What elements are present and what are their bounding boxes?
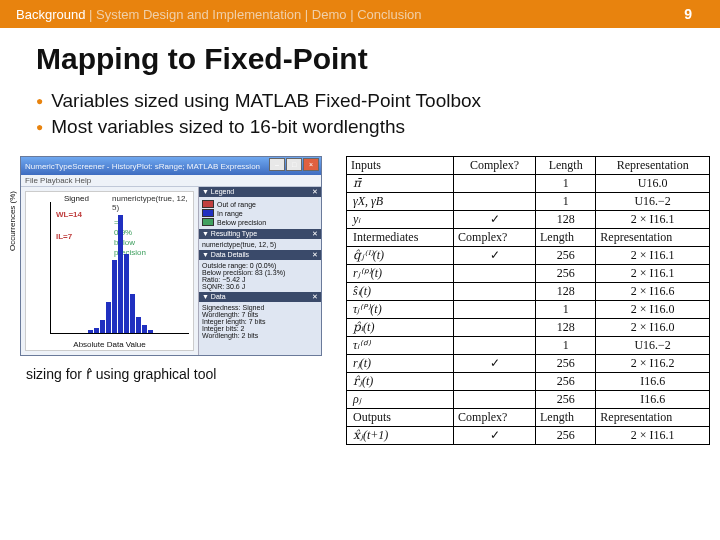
panel-line: Signedness: Signed xyxy=(202,304,318,311)
repr-cell: 2 × I16.1 xyxy=(596,211,710,229)
length-cell: 256 xyxy=(535,355,595,373)
data-title: ▼ Data xyxy=(202,293,226,301)
bar xyxy=(88,330,93,333)
section-header: Complex? xyxy=(454,229,536,247)
length-cell: 1 xyxy=(535,193,595,211)
repr-cell: U16.0 xyxy=(596,175,710,193)
table-row: π̄1U16.0 xyxy=(347,175,710,193)
window-title: NumericTypeScreener - HistoryPlot: sRang… xyxy=(25,162,260,171)
bar xyxy=(148,330,153,333)
repr-cell: 2 × I16.2 xyxy=(596,355,710,373)
var-name: ŝᵢ(t) xyxy=(347,283,454,301)
figure-wrap: NumericTypeScreener - HistoryPlot: sRang… xyxy=(20,156,340,445)
nav-background[interactable]: Background xyxy=(16,7,85,22)
length-cell: 256 xyxy=(535,391,595,409)
swatch-icon xyxy=(202,200,214,208)
section-header: Representation xyxy=(596,229,710,247)
nav-conclusion[interactable]: Conclusion xyxy=(357,7,421,22)
var-name: x̂ⱼ(t+1) xyxy=(347,427,454,445)
legend-label: In range xyxy=(217,210,243,217)
resulting-title: ▼ Resulting Type xyxy=(202,230,257,238)
maximize-icon[interactable]: □ xyxy=(286,158,302,171)
complex-cell: ✓ xyxy=(454,211,536,229)
legend-item: In range xyxy=(202,209,318,217)
var-name: rⱼ⁽ᵖ⁾(t) xyxy=(347,265,454,283)
page-title: Mapping to Fixed-Point xyxy=(36,42,720,76)
variable-table: InputsComplex?LengthRepresentationπ̄1U16… xyxy=(346,156,710,445)
x-axis-label: Absolute Data Value xyxy=(73,340,145,349)
swatch-icon xyxy=(202,218,214,226)
section-header: Complex? xyxy=(454,409,536,427)
table-row: ŝᵢ(t)1282 × I16.6 xyxy=(347,283,710,301)
complex-cell xyxy=(454,337,536,355)
section-header: Intermediates xyxy=(347,229,454,247)
bar xyxy=(94,328,99,333)
var-name: τᵢ⁽ᵈ⁾ xyxy=(347,337,454,355)
details-panel: ▼ Data Details✕ Outside range: 0 (0.0%)B… xyxy=(199,250,321,292)
var-name: π̄ xyxy=(347,175,454,193)
length-cell: 256 xyxy=(535,373,595,391)
complex-cell: ✓ xyxy=(454,247,536,265)
repr-cell: 2 × I16.1 xyxy=(596,265,710,283)
legend-label: Below precision xyxy=(217,219,266,226)
bar xyxy=(112,260,117,333)
table-row: x̂ⱼ(t+1)✓2562 × I16.1 xyxy=(347,427,710,445)
table-header: Inputs xyxy=(347,157,454,175)
var-name: rⱼ(t) xyxy=(347,355,454,373)
page-number: 9 xyxy=(684,0,692,28)
minimize-icon[interactable]: – xyxy=(269,158,285,171)
var-name: γX, γB xyxy=(347,193,454,211)
table-row: yᵢ✓1282 × I16.1 xyxy=(347,211,710,229)
panel-close-icon[interactable]: ✕ xyxy=(312,293,318,301)
panel-close-icon[interactable]: ✕ xyxy=(312,230,318,238)
table-row: τᵢ⁽ᵈ⁾1U16.−2 xyxy=(347,337,710,355)
repr-cell: 2 × I16.0 xyxy=(596,301,710,319)
panel-close-icon[interactable]: ✕ xyxy=(312,251,318,259)
complex-cell xyxy=(454,283,536,301)
nav-system-design[interactable]: System Design and Implementation xyxy=(96,7,301,22)
close-icon[interactable]: × xyxy=(303,158,319,171)
swatch-icon xyxy=(202,209,214,217)
length-cell: 128 xyxy=(535,283,595,301)
panel-close-icon[interactable]: ✕ xyxy=(312,188,318,196)
details-title: ▼ Data Details xyxy=(202,251,249,259)
repr-cell: 2 × I16.1 xyxy=(596,247,710,265)
length-cell: 1 xyxy=(535,301,595,319)
side-panels: ▼ Legend✕ Out of rangeIn rangeBelow prec… xyxy=(198,187,321,355)
complex-cell xyxy=(454,265,536,283)
repr-cell: U16.−2 xyxy=(596,337,710,355)
repr-cell: U16.−2 xyxy=(596,193,710,211)
length-cell: 256 xyxy=(535,265,595,283)
table-header: Representation xyxy=(596,157,710,175)
section-header: Representation xyxy=(596,409,710,427)
nav-demo[interactable]: Demo xyxy=(312,7,347,22)
bar xyxy=(142,325,147,333)
var-name: q̂ⱼ⁽ᴵ⁾(t) xyxy=(347,247,454,265)
bar xyxy=(106,302,111,333)
length-cell: 128 xyxy=(535,319,595,337)
matlab-window: NumericTypeScreener - HistoryPlot: sRang… xyxy=(20,156,322,356)
figure-caption: sizing for r̂ using graphical tool xyxy=(26,366,340,382)
bullet-1: Variables sized using MATLAB Fixed-Point… xyxy=(51,90,481,112)
bullet-2: Most variables sized to 16-bit wordlengt… xyxy=(51,116,405,138)
panel-line: Wordlength: 7 bits xyxy=(202,311,318,318)
complex-cell xyxy=(454,193,536,211)
complex-cell xyxy=(454,373,536,391)
table-row: ρⱼ256I16.6 xyxy=(347,391,710,409)
bullet-icon: ● xyxy=(36,90,43,112)
table-row: p̂ᵢ(t)1282 × I16.0 xyxy=(347,319,710,337)
table-row: r̂ⱼ(t)256I16.6 xyxy=(347,373,710,391)
table-wrap: InputsComplex?LengthRepresentationπ̄1U16… xyxy=(346,156,710,445)
complex-cell xyxy=(454,301,536,319)
complex-cell xyxy=(454,175,536,193)
window-menu[interactable]: File Playback Help xyxy=(21,175,321,187)
table-row: τⱼ⁽ᴾ⁾(t)12 × I16.0 xyxy=(347,301,710,319)
section-header: Length xyxy=(535,229,595,247)
histogram-bars xyxy=(51,202,189,333)
legend-panel: ▼ Legend✕ Out of rangeIn rangeBelow prec… xyxy=(199,187,321,229)
panel-line: Below precision: 83 (1.3%) xyxy=(202,269,318,276)
length-cell: 256 xyxy=(535,427,595,445)
complex-cell xyxy=(454,319,536,337)
panel-line: SQNR: 30.6 J xyxy=(202,283,318,290)
panel-line: Integer bits: 2 xyxy=(202,325,318,332)
